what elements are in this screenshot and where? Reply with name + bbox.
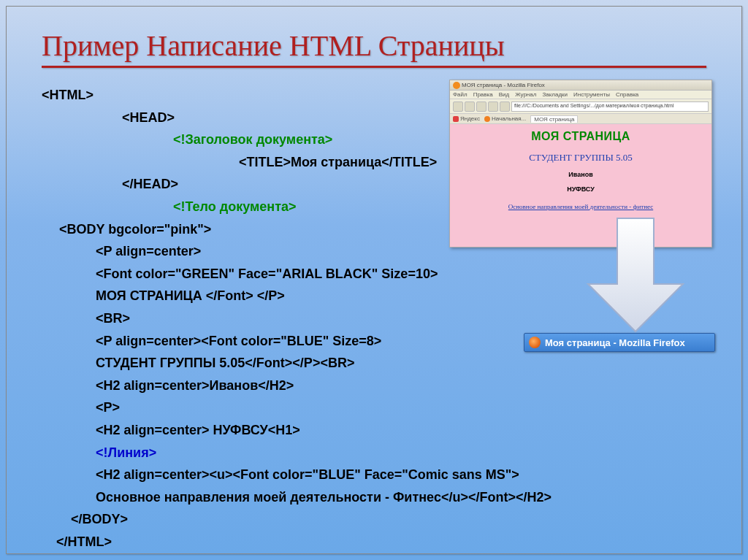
code-line: Основное направления моей деятельности -… [42, 486, 706, 509]
forward-button[interactable] [465, 101, 475, 112]
browser-preview: МОЯ страница - Mozilla Firefox Файл Прав… [449, 80, 712, 248]
browser-menu: Файл Правка Вид Журнал Закладки Инструме… [450, 91, 711, 99]
slide-title: Пример Написание HTML Страницы [42, 28, 706, 63]
browser-title: МОЯ страница - Mozilla Firefox [462, 82, 545, 88]
page-text: Иванов [450, 171, 711, 178]
menu-item[interactable]: Файл [453, 91, 468, 98]
page-heading: МОЯ СТРАНИЦА [450, 130, 711, 143]
code-line: <Font color="GREEN" Face="ARIAL BLACK" S… [42, 263, 706, 285]
tab-active[interactable]: МОЯ страница [530, 115, 578, 123]
tab[interactable]: Яндекс [453, 115, 480, 122]
stop-button[interactable] [488, 101, 498, 112]
code-line: <P> [42, 396, 706, 419]
title-underline [42, 66, 706, 68]
firefox-icon [529, 337, 541, 348]
menu-item[interactable]: Вид [499, 91, 509, 98]
page-link[interactable]: Основное направления моей деятельности -… [450, 203, 711, 210]
code-line: <H2 align=center><u><Font color="BLUE" F… [42, 464, 706, 486]
slide-frame: Пример Написание HTML Страницы <HTML> <H… [6, 6, 742, 554]
address-bar[interactable]: file:///C:/Documents and Settings/.../до… [511, 101, 709, 112]
taskbar-label: Моя страница - Mozilla Firefox [545, 337, 685, 348]
page-subheading: СТУДЕНТ ГРУППЫ 5.05 [450, 152, 711, 164]
home-button[interactable] [500, 101, 510, 112]
page-text: НУФВСУ [450, 185, 711, 193]
code-line: </BODY> [42, 508, 706, 531]
menu-item[interactable]: Правка [473, 91, 493, 98]
taskbar-item[interactable]: Моя страница - Mozilla Firefox [524, 333, 715, 352]
tab[interactable]: Начальная... [484, 115, 526, 122]
menu-item[interactable]: Справка [616, 91, 638, 98]
menu-item[interactable]: Закладки [542, 91, 568, 98]
code-line: СТУДЕНТ ГРУППЫ 5.05</Font></P><BR> [42, 352, 706, 375]
code-line: <H2 align=center>Иванов</H2> [42, 375, 706, 397]
menu-item[interactable]: Инструменты [573, 91, 610, 98]
browser-tabs: Яндекс Начальная... МОЯ страница [450, 114, 711, 124]
back-button[interactable] [453, 101, 463, 112]
firefox-icon [484, 116, 490, 122]
code-comment: <!Линия> [42, 442, 706, 464]
browser-toolbar: file:///C:/Documents and Settings/.../до… [450, 99, 711, 114]
code-line: <H2 align=center> НУФВСУ<H1> [42, 419, 706, 442]
code-line: <BR> [42, 307, 706, 330]
title-area: Пример Написание HTML Страницы [7, 7, 741, 75]
browser-titlebar: МОЯ страница - Mozilla Firefox [450, 80, 711, 91]
yandex-icon [453, 116, 459, 122]
reload-button[interactable] [476, 101, 486, 112]
code-line: </HTML> [42, 531, 706, 553]
menu-item[interactable]: Журнал [515, 91, 536, 98]
page-body: МОЯ СТРАНИЦА СТУДЕНТ ГРУППЫ 5.05 Иванов … [450, 124, 711, 247]
code-line: МОЯ СТРАНИЦА </Font> </P> [42, 285, 706, 307]
firefox-icon [453, 82, 460, 89]
